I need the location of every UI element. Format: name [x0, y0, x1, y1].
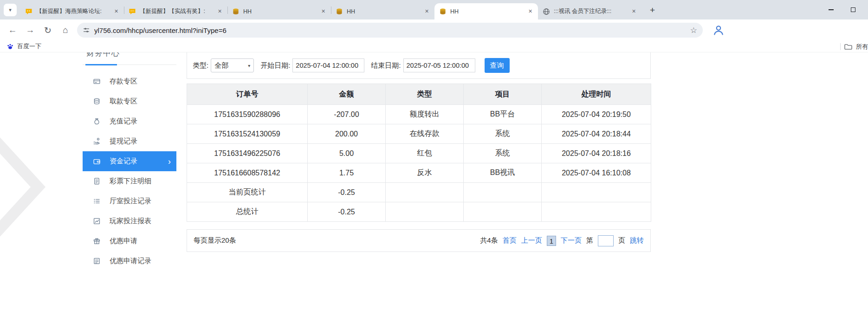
maximize-button[interactable] — [842, 2, 864, 18]
browser-tab[interactable]: HH× — [434, 3, 538, 19]
tab-close-icon[interactable]: × — [630, 7, 638, 15]
minimize-button[interactable] — [820, 2, 842, 18]
type-select[interactable]: 全部 ▾ — [211, 58, 254, 72]
bookmark-baidu[interactable]: 百度一下 — [6, 42, 41, 51]
jump-label-pre: 第 — [586, 236, 593, 245]
column-header: 订单号 — [187, 84, 308, 105]
tab-close-icon[interactable]: × — [216, 7, 224, 15]
sidebar-item-提现记录[interactable]: 提现记录› — [83, 131, 176, 151]
tab-divider — [227, 6, 228, 14]
table-cell: 总统计 — [187, 202, 308, 222]
card-icon — [93, 77, 101, 85]
tab-close-icon[interactable]: × — [319, 7, 327, 15]
sidebar-item-取款专区[interactable]: 取款专区› — [83, 91, 176, 111]
minimize-icon — [829, 9, 834, 10]
table-cell — [386, 202, 464, 222]
tab-close-icon[interactable]: × — [112, 7, 120, 15]
site-info-icon[interactable] — [83, 26, 90, 34]
current-page[interactable]: 1 — [547, 236, 556, 246]
tab-title: HH — [243, 8, 317, 15]
sidebar-item-资金记录[interactable]: 资金记录› — [83, 151, 176, 171]
first-page-link[interactable]: 首页 — [503, 236, 517, 245]
sidebar-heading-underline — [85, 64, 117, 65]
pagination-controls: 共4条 首页 上一页 1 下一页 第 页 跳转 — [480, 235, 644, 246]
new-tab-button[interactable]: + — [646, 4, 659, 17]
bookmark-label: 百度一下 — [17, 42, 41, 51]
sidebar-item-充值记录[interactable]: 充值记录› — [83, 111, 176, 131]
tab-strip: ▾ 【新提醒】海燕策略论坛:×【新提醒】【实战有奖】:×HH×HH×HH×:::… — [0, 0, 868, 19]
sidebar-item-存款专区[interactable]: 存款专区› — [83, 71, 176, 91]
start-date-label: 开始日期: — [260, 61, 290, 70]
sidebar-item-label: 资金记录 — [110, 157, 137, 166]
tab-title: 【新提醒】海燕策略论坛: — [36, 7, 110, 15]
sidebar-item-label: 提现记录 — [110, 137, 137, 146]
table-cell: 2025-07-04 20:18:16 — [542, 144, 651, 163]
filter-panel: 类型: 全部 ▾ 开始日期: 结束日期: 查询 — [187, 52, 651, 79]
browser-tab[interactable]: :::视讯 会员下注纪录:::× — [538, 3, 641, 19]
chat-yellow-favicon — [25, 8, 32, 15]
sidebar-item-label: 厅室投注记录 — [110, 197, 151, 206]
table-cell: 200.00 — [308, 124, 386, 144]
prev-page-link[interactable]: 上一页 — [521, 236, 542, 245]
table-cell: 1751631496225076 — [187, 144, 308, 163]
chat-yellow-favicon — [129, 8, 136, 15]
table-cell — [542, 183, 651, 202]
jump-link[interactable]: 跳转 — [630, 236, 644, 245]
table-cell: 1751616608578142 — [187, 163, 308, 183]
end-date-label: 结束日期: — [371, 61, 401, 70]
hand-coin-icon — [93, 137, 101, 145]
tab-close-icon[interactable]: × — [423, 7, 431, 15]
next-page-link[interactable]: 下一页 — [561, 236, 582, 245]
chevron-down-icon: ▾ — [248, 63, 250, 68]
tab-close-icon[interactable]: × — [526, 7, 534, 15]
sidebar-items: 存款专区›取款专区›充值记录›提现记录›资金记录›彩票下注明细›厅室投注记录›玩… — [83, 71, 176, 271]
table-row: 1751631590288096-207.00额度转出BB平台2025-07-0… — [187, 105, 651, 124]
profile-avatar-icon[interactable] — [712, 24, 725, 37]
column-header: 处理时间 — [542, 84, 651, 105]
browser-tab[interactable]: 【新提醒】【实战有奖】:× — [124, 3, 227, 19]
table-cell: 2025-07-04 16:10:08 — [542, 163, 651, 183]
document-icon — [93, 177, 101, 185]
sidebar-item-厅室投注记录[interactable]: 厅室投注记录› — [83, 191, 176, 211]
search-button[interactable]: 查询 — [485, 58, 510, 73]
type-label: 类型: — [193, 61, 208, 70]
all-bookmarks-label: 所有 — [856, 43, 868, 51]
bookmark-star-icon[interactable]: ☆ — [690, 26, 697, 35]
folder-icon — [844, 44, 852, 50]
table-cell — [542, 202, 651, 222]
table-cell — [464, 183, 542, 202]
reload-button[interactable]: ↻ — [41, 23, 55, 37]
baidu-paw-icon — [6, 43, 14, 50]
start-date-input[interactable] — [292, 58, 364, 72]
browser-tab[interactable]: 【新提醒】海燕策略论坛:× — [20, 3, 124, 19]
browser-tab[interactable]: HH× — [227, 3, 331, 19]
address-bar[interactable]: yl756.com/hhcp/usercenter.html?iniType=6… — [77, 23, 703, 38]
table-cell: 在线存款 — [386, 124, 464, 144]
sidebar-item-label: 存款专区 — [110, 77, 137, 86]
table-cell: 1.75 — [308, 163, 386, 183]
table-row: 当前页统计-0.25 — [187, 183, 651, 202]
back-button[interactable]: ← — [6, 23, 19, 37]
bookmarks-separator — [840, 43, 841, 50]
table-cell — [386, 183, 464, 202]
table-cell: 额度转出 — [386, 105, 464, 124]
sidebar-item-优惠申请[interactable]: 优惠申请› — [83, 231, 176, 251]
sidebar-item-label: 取款专区 — [110, 97, 137, 106]
browser-tab[interactable]: HH× — [331, 3, 434, 19]
type-select-value: 全部 — [214, 61, 228, 70]
url-text[interactable]: yl756.com/hhcp/usercenter.html?iniType=6 — [94, 26, 227, 34]
jump-page-input[interactable] — [598, 235, 614, 246]
sidebar-item-玩家投注报表[interactable]: 玩家投注报表› — [83, 211, 176, 231]
browser-toolbar: ← → ↻ ⌂ yl756.com/hhcp/usercenter.html?i… — [0, 19, 868, 41]
end-date-input[interactable] — [403, 58, 475, 72]
sidebar-item-优惠申请记录[interactable]: 优惠申请记录› — [83, 251, 176, 271]
moneybag-icon — [93, 117, 101, 125]
sidebar-item-彩票下注明细[interactable]: 彩票下注明细› — [83, 171, 176, 191]
all-bookmarks-button[interactable]: 所有 — [840, 41, 868, 52]
gift-icon — [93, 237, 101, 245]
home-button[interactable]: ⌂ — [58, 23, 72, 37]
table-cell: 5.00 — [308, 144, 386, 163]
tab-divider — [124, 6, 124, 14]
forward-button[interactable]: → — [23, 23, 37, 37]
coins-icon — [93, 97, 101, 105]
